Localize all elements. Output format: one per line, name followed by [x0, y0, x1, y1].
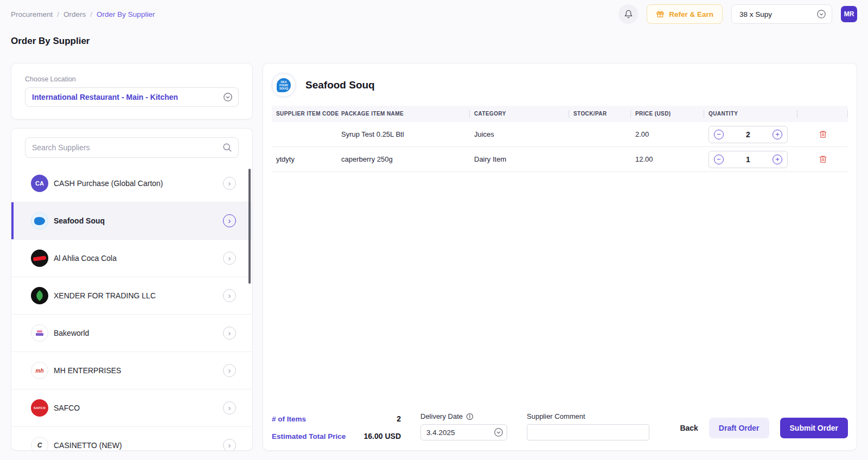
chevron-right-icon[interactable]: ›	[223, 177, 236, 190]
quantity-value[interactable]: 2	[746, 130, 750, 139]
column-package-item-name: PACKAGE ITEM NAME	[337, 110, 470, 118]
chevron-right-icon[interactable]: ›	[223, 364, 236, 377]
breadcrumb-orders[interactable]: Orders	[63, 10, 86, 18]
chevron-right-icon[interactable]: ›	[223, 439, 236, 451]
gift-icon	[656, 10, 665, 18]
table-row: Syrup Test 0.25L Btl Juices 2.00 − 2 +	[272, 122, 848, 147]
cell-actions	[797, 155, 848, 164]
breadcrumb-separator: /	[90, 10, 92, 18]
supplier-item-bakeworld[interactable]: Bakeworld ›	[11, 315, 252, 352]
cell-actions	[797, 130, 848, 139]
supplier-item-mh-enterprises[interactable]: mh MH ENTERPRISES ›	[11, 352, 252, 389]
increase-quantity-button[interactable]: +	[773, 130, 782, 139]
notifications-button[interactable]	[618, 4, 638, 24]
order-header: SEA FOOD SOUQ Seafood Souq	[263, 63, 857, 106]
supplier-name: MH ENTERPRISES	[54, 366, 121, 375]
cell-price: 2.00	[631, 130, 704, 138]
items-count-label: # of Items	[272, 415, 353, 423]
column-category: CATEGORY	[470, 110, 569, 118]
table-header-row: SUPPLIER ITEM CODE PACKAGE ITEM NAME CAT…	[272, 106, 848, 122]
chevron-right-icon[interactable]: ›	[223, 327, 236, 340]
decrease-quantity-button[interactable]: −	[714, 130, 724, 139]
column-quantity: QUANTITY	[704, 110, 797, 118]
cell-price: 12.00	[631, 155, 704, 163]
delete-item-button[interactable]	[819, 130, 827, 139]
supplier-logo: SEA FOOD SOUQ	[272, 73, 296, 97]
trash-icon	[819, 155, 827, 164]
increase-quantity-button[interactable]: +	[773, 155, 782, 164]
quantity-stepper: − 1 +	[709, 151, 788, 168]
supplier-item-xender[interactable]: XENDER FOR TRADING LLC ›	[11, 277, 252, 315]
submit-order-button[interactable]: Submit Order	[780, 418, 848, 438]
items-count-value: 2	[353, 414, 401, 423]
draft-order-button[interactable]: Draft Order	[709, 418, 769, 438]
supplier-item-seafood-souq[interactable]: Seafood Souq ›	[11, 202, 252, 240]
supplier-avatar: SAFCO	[31, 399, 48, 417]
supplier-avatar	[31, 324, 48, 342]
chevron-down-icon[interactable]	[494, 427, 503, 437]
chevron-right-icon[interactable]: ›	[223, 401, 236, 414]
organization-selector[interactable]: 38 x Supy	[731, 4, 832, 24]
supplier-item-casinetto[interactable]: C CASINETTO (NEW) ›	[11, 427, 252, 451]
supplier-name: Al Ahlia Coca Cola	[54, 254, 117, 263]
chevron-right-icon[interactable]: ›	[223, 252, 236, 265]
order-summary: # of Items 2 Estimated Total Price 16.00…	[272, 414, 401, 440]
supplier-name: Seafood Souq	[54, 216, 105, 225]
column-actions	[797, 110, 848, 118]
quantity-value[interactable]: 1	[746, 155, 750, 164]
supplier-avatar: C	[31, 437, 48, 451]
breadcrumb-separator: /	[57, 10, 59, 18]
quantity-stepper: − 2 +	[709, 126, 788, 143]
supplier-list-scrollbar[interactable]	[248, 169, 251, 284]
refer-and-earn-label: Refer & Earn	[669, 10, 713, 18]
topbar-right: Refer & Earn 38 x Supy MR	[618, 4, 857, 24]
delivery-date-label: Delivery Date	[420, 412, 463, 420]
supplier-search-input[interactable]	[25, 137, 239, 158]
minus-icon: −	[717, 131, 721, 138]
chevron-down-icon	[223, 92, 233, 102]
supplier-name: SAFCO	[54, 404, 80, 412]
cell-package-item-name: caperberry 250g	[337, 155, 470, 163]
location-select[interactable]: International Restaurant - Main - Kitche…	[25, 87, 239, 107]
back-button[interactable]: Back	[680, 424, 698, 432]
plus-icon: +	[775, 131, 780, 138]
minus-icon: −	[717, 156, 721, 163]
chevron-down-icon	[816, 9, 826, 19]
supplier-comment-label: Supplier Comment	[527, 412, 649, 420]
supplier-name: CASH Purchase (Global Carton)	[54, 179, 163, 188]
supplier-item-al-ahlia-coca-cola[interactable]: Al Ahlia Coca Cola ›	[11, 240, 252, 277]
order-by-supplier-page: Procurement / Orders / Order By Supplier…	[0, 0, 868, 460]
plus-icon: +	[775, 156, 780, 163]
cell-category: Dairy Item	[470, 155, 569, 163]
order-panel: SEA FOOD SOUQ Seafood Souq SUPPLIER ITEM…	[263, 63, 857, 451]
breadcrumb-procurement[interactable]: Procurement	[11, 10, 53, 18]
chevron-right-icon[interactable]: ›	[223, 289, 236, 302]
selected-indicator	[11, 202, 14, 239]
topbar: Procurement / Orders / Order By Supplier…	[0, 0, 868, 28]
decrease-quantity-button[interactable]: −	[714, 155, 724, 164]
info-icon[interactable]	[466, 413, 474, 420]
column-stock-par: STOCK/PAR	[569, 110, 631, 118]
supplier-avatar	[31, 250, 48, 267]
search-icon	[222, 142, 232, 152]
suppliers-card: CA CASH Purchase (Global Carton) › Seafo…	[11, 128, 253, 451]
chevron-right-icon[interactable]: ›	[223, 214, 236, 227]
user-avatar[interactable]: MR	[841, 6, 857, 22]
location-select-value: International Restaurant - Main - Kitche…	[32, 93, 178, 101]
supplier-item-cash-purchase[interactable]: CA CASH Purchase (Global Carton) ›	[11, 165, 252, 202]
delivery-date-group: Delivery Date	[420, 412, 507, 440]
cell-supplier-item-code: ytdyty	[272, 155, 337, 163]
order-items-table: SUPPLIER ITEM CODE PACKAGE ITEM NAME CAT…	[263, 106, 857, 407]
page-title: Order By Supplier	[11, 36, 857, 47]
supplier-avatar: mh	[31, 362, 48, 379]
supplier-list: CA CASH Purchase (Global Carton) › Seafo…	[11, 165, 252, 451]
order-actions: Back Draft Order Submit Order	[680, 418, 848, 440]
supplier-avatar	[31, 212, 48, 229]
supplier-comment-input[interactable]	[527, 424, 649, 440]
supplier-search	[25, 137, 239, 158]
refer-and-earn-button[interactable]: Refer & Earn	[647, 4, 723, 24]
delete-item-button[interactable]	[819, 155, 827, 164]
supplier-item-safco[interactable]: SAFCO SAFCO ›	[11, 389, 252, 427]
order-footer: # of Items 2 Estimated Total Price 16.00…	[263, 407, 857, 450]
location-card: Choose Location International Restaurant…	[11, 63, 253, 119]
